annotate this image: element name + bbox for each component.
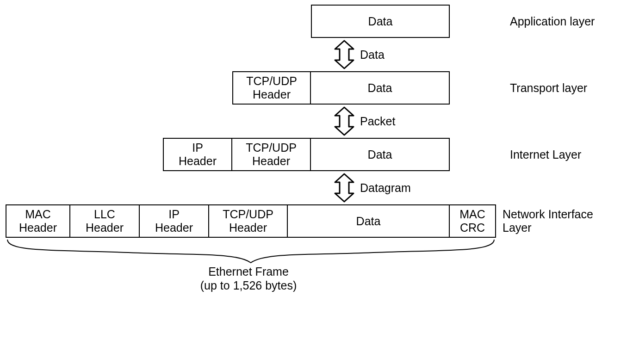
double-arrow-icon	[333, 173, 355, 203]
encapsulation-diagram: Data Application layer Data TCP/UDP Head…	[6, 5, 627, 298]
cell-app-data: Data	[311, 5, 450, 38]
double-arrow-icon	[333, 40, 355, 69]
row-network-interface: MAC Header LLC Header IP Header TCP/UDP …	[6, 204, 627, 238]
cell-trans-data: Data	[311, 71, 450, 105]
cell-ni-mac-crc: MAC CRC	[450, 204, 496, 238]
application-boxes: Data	[311, 5, 450, 38]
arrow-slot-3: Datagram	[6, 171, 627, 204]
label-network-interface-layer: Network Interface Layer	[503, 208, 593, 234]
row-internet: IP Header TCP/UDP Header Data Internet L…	[6, 138, 627, 171]
brace-area: Ethernet Frame (up to 1,526 bytes)	[6, 238, 627, 298]
label-application-layer: Application layer	[510, 15, 595, 28]
arrow-label-2: Packet	[360, 115, 395, 128]
label-transport-layer: Transport layer	[510, 81, 587, 95]
curly-brace-icon	[6, 239, 496, 264]
cell-ni-llc-header: LLC Header	[70, 204, 140, 238]
row-application: Data Application layer	[6, 5, 627, 38]
arrow-label-3: Datagram	[360, 181, 411, 195]
cell-int-ip: IP Header	[163, 138, 232, 171]
arrow-slot-2: Packet	[6, 105, 627, 138]
arrow-slot-1: Data	[6, 38, 627, 71]
double-arrow-icon	[333, 106, 355, 136]
cell-trans-tcpudp: TCP/UDP Header	[232, 71, 311, 105]
cell-ni-data: Data	[288, 204, 450, 238]
cell-ni-ip-header: IP Header	[140, 204, 209, 238]
cell-ni-tcpudp-header: TCP/UDP Header	[209, 204, 288, 238]
cell-ni-mac-header: MAC Header	[6, 204, 70, 238]
cell-int-data: Data	[311, 138, 450, 171]
internet-boxes: IP Header TCP/UDP Header Data	[163, 138, 450, 171]
row-transport: TCP/UDP Header Data Transport layer	[6, 71, 627, 105]
brace-caption: Ethernet Frame (up to 1,526 bytes)	[6, 265, 491, 292]
svg-marker-1	[335, 107, 354, 135]
svg-marker-2	[335, 174, 354, 202]
transport-boxes: TCP/UDP Header Data	[232, 71, 450, 105]
arrow-label-1: Data	[360, 48, 385, 62]
label-internet-layer: Internet Layer	[510, 148, 581, 161]
network-interface-boxes: MAC Header LLC Header IP Header TCP/UDP …	[6, 204, 496, 238]
svg-marker-0	[335, 41, 354, 68]
cell-int-tcpudp: TCP/UDP Header	[232, 138, 311, 171]
